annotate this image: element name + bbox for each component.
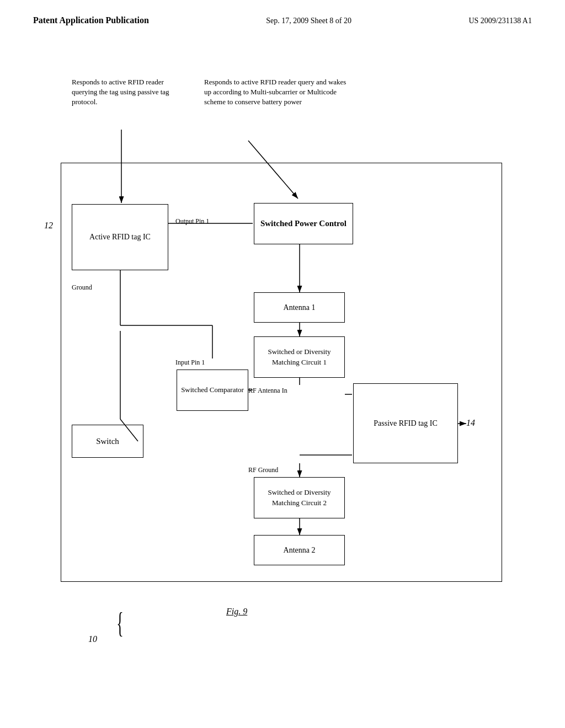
diagram-area: Responds to active RFID reader querying … — [33, 77, 530, 673]
publication-title: Patent Application Publication — [33, 15, 149, 25]
ref-14: 14 — [466, 418, 475, 428]
label-rf-ground: RF Ground — [248, 466, 278, 474]
ref-12: 12 — [44, 221, 53, 231]
switch-box: Switch — [72, 425, 143, 458]
active-rfid-box: Active RFID tag IC — [72, 204, 168, 270]
switched-comparator-box: Switched Comparator — [177, 370, 248, 411]
label-ground: Ground — [72, 283, 92, 292]
annotation-left: Responds to active RFID reader querying … — [72, 77, 171, 108]
label-output-pin1: Output Pin 1 — [175, 217, 209, 226]
publication-number: US 2009/231138 A1 — [468, 17, 532, 25]
passive-rfid-label: Passive RFID tag IC — [374, 418, 438, 429]
dmc2-box: Switched or Diversity Matching Circuit 2 — [254, 477, 345, 518]
switch-label: Switch — [96, 437, 119, 446]
dmc1-box: Switched or Diversity Matching Circuit 1 — [254, 336, 345, 378]
antenna1-box: Antenna 1 — [254, 292, 345, 323]
switched-power-label: Switched Power Control — [260, 218, 347, 229]
label-input-pin1: Input Pin 1 — [175, 358, 205, 367]
figure-caption: Fig. 9 — [226, 607, 247, 617]
antenna2-box: Antenna 2 — [254, 535, 345, 565]
curly-brace: { — [116, 607, 123, 639]
dmc2-label: Switched or Diversity Matching Circuit 2 — [254, 488, 344, 507]
switched-power-box: Switched Power Control — [254, 203, 353, 244]
switched-comparator-label: Switched Comparator — [181, 385, 244, 395]
active-rfid-label: Active RFID tag IC — [89, 232, 151, 243]
passive-rfid-box: Passive RFID tag IC — [353, 383, 458, 463]
annotation-right: Responds to active RFID reader query and… — [204, 77, 353, 108]
publication-date: Sep. 17, 2009 Sheet 8 of 20 — [266, 17, 351, 25]
ref-10: 10 — [88, 634, 97, 644]
antenna2-label: Antenna 2 — [284, 546, 316, 555]
antenna1-label: Antenna 1 — [284, 303, 316, 312]
dmc1-label: Switched or Diversity Matching Circuit 1 — [254, 347, 344, 367]
label-rf-antenna-in: RF Antenna In — [248, 387, 287, 395]
page-header: Patent Application Publication Sep. 17, … — [0, 0, 565, 25]
